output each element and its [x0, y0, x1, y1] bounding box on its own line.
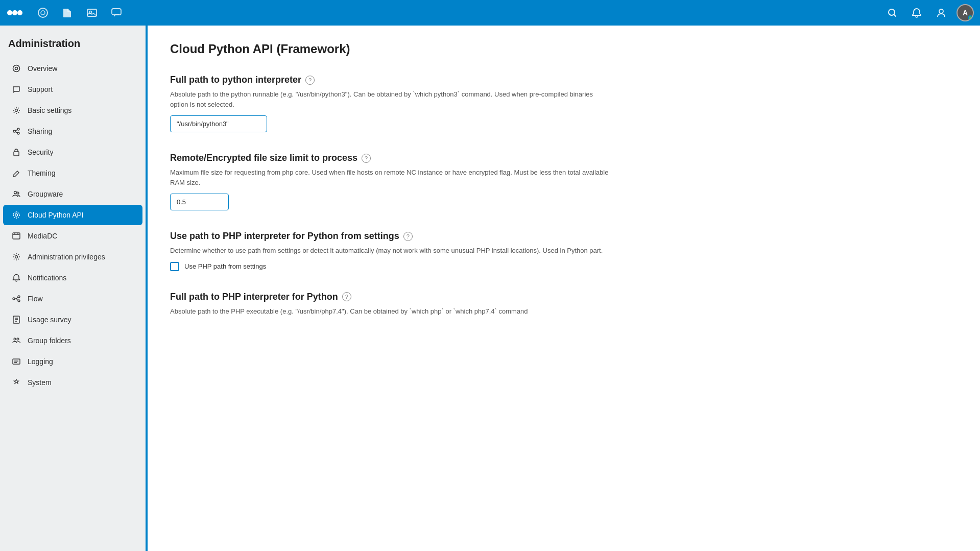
sidebar-item-flow[interactable]: Flow — [3, 289, 142, 309]
main-content: Cloud Python API (Framework) Full path t… — [146, 26, 980, 353]
file-size-limit-help-icon[interactable]: ? — [362, 154, 371, 163]
contacts-button[interactable] — [930, 2, 952, 24]
sidebar-item-label: Administration privileges — [28, 253, 105, 261]
php-path-checkbox-label[interactable]: Use PHP path from settings — [184, 262, 266, 270]
svg-point-24 — [18, 296, 20, 298]
python-interpreter-input[interactable] — [170, 115, 267, 132]
svg-point-18 — [17, 192, 19, 194]
topbar-files-icon[interactable] — [56, 2, 79, 24]
security-icon — [11, 147, 21, 157]
svg-point-25 — [18, 300, 20, 302]
notifications-button[interactable] — [905, 2, 928, 24]
php-interpreter-full-help-icon[interactable]: ? — [342, 292, 351, 301]
sidebar: Administration Overview Support — [0, 26, 146, 551]
overview-icon — [11, 63, 21, 74]
svg-rect-29 — [13, 359, 20, 364]
theming-icon — [11, 168, 21, 178]
sidebar-item-theming[interactable]: Theming — [3, 163, 142, 183]
php-interpreter-full-section: Full path to PHP interpreter for Python … — [170, 292, 955, 317]
svg-point-9 — [939, 9, 943, 13]
php-path-checkbox-row: Use PHP path from settings — [170, 262, 955, 271]
svg-point-10 — [13, 65, 20, 72]
svg-point-22 — [15, 256, 18, 258]
svg-point-23 — [13, 298, 15, 300]
basic-settings-icon — [11, 105, 21, 115]
flow-icon — [11, 294, 21, 304]
mediadc-icon — [11, 231, 21, 241]
svg-rect-7 — [112, 9, 121, 15]
sidebar-item-label: Overview — [28, 64, 57, 73]
svg-rect-16 — [14, 152, 19, 156]
sidebar-item-label: Sharing — [28, 127, 52, 135]
sidebar-item-cloud-python-api[interactable]: Cloud Python API — [3, 205, 142, 225]
svg-point-27 — [14, 338, 16, 340]
nextcloud-logo[interactable] — [6, 4, 23, 21]
topbar-photos-icon[interactable] — [81, 2, 103, 24]
php-interpreter-path-title: Use path to PHP interpreter for Python f… — [170, 231, 399, 242]
python-interpreter-title: Full path to python interpreter — [170, 75, 301, 85]
php-interpreter-full-description: Absolute path to the PHP executable (e.g… — [170, 306, 609, 317]
sidebar-item-sharing[interactable]: Sharing — [3, 121, 142, 141]
sidebar-title: Administration — [0, 34, 146, 58]
search-button[interactable] — [881, 2, 903, 24]
sidebar-item-label: Cloud Python API — [28, 211, 84, 219]
sidebar-item-label: Basic settings — [28, 106, 71, 114]
notifications-sidebar-icon — [11, 273, 21, 283]
svg-point-4 — [41, 11, 45, 15]
topbar-activity-icon[interactable] — [32, 2, 54, 24]
svg-point-15 — [17, 132, 19, 134]
sidebar-item-logging[interactable]: Logging — [3, 351, 142, 372]
sidebar-item-basic-settings[interactable]: Basic settings — [3, 100, 142, 121]
sidebar-item-notifications[interactable]: Notifications — [3, 268, 142, 288]
svg-rect-21 — [13, 233, 20, 239]
left-accent-bar — [146, 26, 148, 551]
usage-survey-icon — [11, 315, 21, 325]
topbar-talk-icon[interactable] — [105, 2, 128, 24]
sidebar-item-label: Logging — [28, 357, 53, 366]
sidebar-item-label: System — [28, 378, 52, 387]
sharing-icon — [11, 126, 21, 136]
sidebar-item-groupware[interactable]: Groupware — [3, 184, 142, 204]
sidebar-item-usage-survey[interactable]: Usage survey — [3, 309, 142, 330]
group-folders-icon — [11, 336, 21, 346]
sidebar-item-support[interactable]: Support — [3, 79, 142, 100]
svg-point-1 — [12, 10, 17, 15]
sidebar-item-overview[interactable]: Overview — [3, 58, 142, 79]
sidebar-item-label: Flow — [28, 295, 43, 303]
section-header: Remote/Encrypted file size limit to proc… — [170, 153, 955, 163]
user-avatar[interactable]: A — [957, 4, 974, 21]
page-title: Cloud Python API (Framework) — [170, 42, 955, 56]
avatar-wrapper[interactable]: A — [957, 4, 974, 21]
sidebar-item-label: Usage survey — [28, 316, 71, 324]
user-status-indicator — [968, 15, 973, 20]
section-header: Use path to PHP interpreter for Python f… — [170, 231, 955, 242]
sidebar-item-label: Groupware — [28, 190, 63, 198]
sidebar-item-mediadc[interactable]: MediaDC — [3, 226, 142, 246]
cloud-python-api-icon — [11, 210, 21, 220]
content-wrapper: Cloud Python API (Framework) Full path t… — [146, 26, 980, 551]
svg-point-12 — [15, 109, 18, 112]
sidebar-item-group-folders[interactable]: Group folders — [3, 330, 142, 351]
svg-point-2 — [17, 10, 22, 15]
python-interpreter-help-icon[interactable]: ? — [305, 76, 315, 85]
file-size-limit-input[interactable] — [170, 194, 229, 210]
file-size-limit-description: Maximum file size for requesting from ph… — [170, 167, 609, 187]
svg-point-0 — [7, 10, 12, 15]
system-icon — [11, 377, 21, 388]
php-path-checkbox[interactable] — [170, 262, 179, 271]
svg-point-17 — [14, 191, 17, 194]
sidebar-item-admin-privileges[interactable]: Administration privileges — [3, 247, 142, 267]
sidebar-item-security[interactable]: Security — [3, 142, 142, 162]
section-header: Full path to python interpreter ? — [170, 75, 955, 85]
php-interpreter-path-help-icon[interactable]: ? — [403, 232, 413, 241]
php-interpreter-full-title: Full path to PHP interpreter for Python — [170, 292, 338, 302]
groupware-icon — [11, 189, 21, 199]
section-header: Full path to PHP interpreter for Python … — [170, 292, 955, 302]
topbar: A — [0, 0, 980, 26]
svg-point-28 — [17, 338, 19, 340]
main-layout: Administration Overview Support — [0, 26, 980, 551]
admin-privileges-icon — [11, 252, 21, 262]
sidebar-item-system[interactable]: System — [3, 372, 142, 393]
python-interpreter-section: Full path to python interpreter ? Absolu… — [170, 75, 955, 132]
php-interpreter-path-section: Use path to PHP interpreter for Python f… — [170, 231, 955, 271]
